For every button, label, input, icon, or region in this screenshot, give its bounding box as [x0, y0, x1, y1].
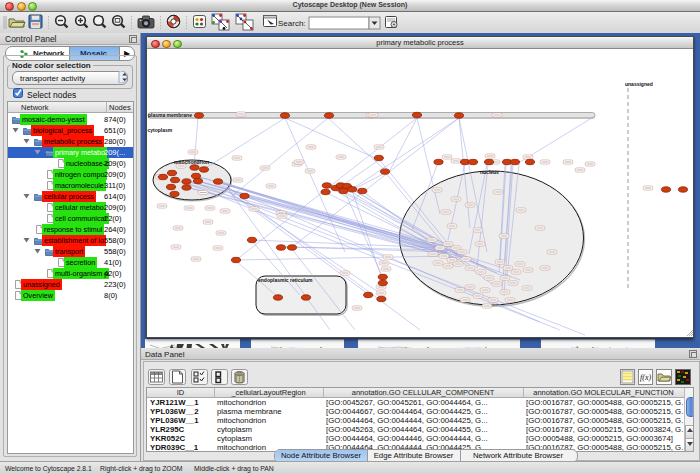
svg-text:nucleus: nucleus — [480, 169, 499, 175]
svg-text:unassigned: unassigned — [625, 81, 653, 87]
svg-text:cytoplasm: cytoplasm — [148, 127, 173, 133]
svg-text:Search:: Search: — [278, 19, 306, 28]
svg-text:mitochondrion: mitochondrion — [174, 159, 209, 165]
svg-text:f(x): f(x) — [640, 373, 651, 382]
svg-text:endoplasmic reticulum: endoplasmic reticulum — [258, 277, 313, 283]
svg-text:plasma membrane: plasma membrane — [148, 112, 192, 118]
